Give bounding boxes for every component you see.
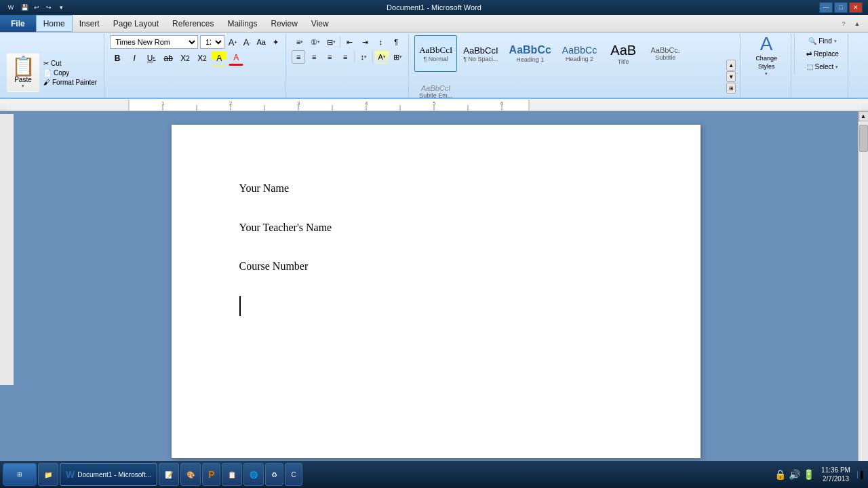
select-button[interactable]: ⬚ Select ▾ bbox=[802, 61, 844, 73]
numbering-button[interactable]: ①▾ bbox=[309, 35, 322, 49]
shading-button[interactable]: A▾ bbox=[375, 50, 389, 64]
save-qa-btn[interactable]: 💾 bbox=[19, 2, 30, 13]
minimize-btn[interactable]: — bbox=[819, 2, 833, 13]
superscript-button[interactable]: X2 bbox=[195, 51, 210, 66]
close-btn[interactable]: ✕ bbox=[849, 2, 863, 13]
ribbon-minimize-btn[interactable]: ▲ bbox=[852, 18, 863, 29]
borders-button[interactable]: ⊞▾ bbox=[391, 50, 404, 64]
style-heading2-label: Heading 2 bbox=[566, 56, 593, 62]
gallery-scroll-up[interactable]: ▲ bbox=[726, 60, 736, 70]
font-name-combo[interactable]: Times New Rom bbox=[110, 35, 198, 49]
date-text: 2/7/2013 bbox=[821, 474, 850, 483]
bullets-button[interactable]: ≡▾ bbox=[293, 35, 307, 49]
sort-button[interactable]: ↕ bbox=[374, 35, 387, 49]
taskbar-cs-btn[interactable]: C bbox=[285, 463, 302, 486]
menu-references[interactable]: References bbox=[165, 15, 220, 32]
scissors-icon: ✂ bbox=[43, 60, 49, 67]
paste-dropdown-arrow[interactable]: ▾ bbox=[22, 83, 24, 89]
style-heading1[interactable]: AaBbCc Heading 1 bbox=[505, 35, 556, 72]
align-center-button[interactable]: ≡ bbox=[307, 50, 321, 64]
change-case-button[interactable]: Aa bbox=[255, 36, 267, 48]
strikethrough-button[interactable]: ab bbox=[161, 51, 176, 66]
doc-line-1[interactable]: Your Name bbox=[239, 179, 633, 199]
taskbar-explorer-btn[interactable]: 📁 bbox=[38, 463, 58, 486]
decrease-indent-button[interactable]: ⇤ bbox=[342, 35, 356, 49]
menu-page-layout[interactable]: Page Layout bbox=[106, 15, 165, 32]
style-subtle-em[interactable]: AaBbCcI Subtle Em... bbox=[414, 73, 457, 99]
replace-button[interactable]: ⇄ Replace bbox=[802, 48, 844, 60]
redo-qa-btn[interactable]: ↪ bbox=[43, 2, 54, 13]
style-no-spacing[interactable]: AaBbCcI ¶ No Spaci... bbox=[458, 35, 502, 72]
font-size-combo[interactable]: 12 bbox=[200, 35, 224, 49]
line-spacing-button[interactable]: ↕▾ bbox=[357, 50, 370, 64]
taskbar-chrome-btn[interactable]: 🌐 bbox=[243, 463, 264, 486]
ribbon-content: 📋 Paste ▾ ✂ Cut 📄 Copy 🖌 Format bbox=[0, 33, 868, 99]
style-normal[interactable]: AaBbCcI ¶ Normal bbox=[414, 35, 457, 72]
italic-button[interactable]: I bbox=[127, 51, 142, 66]
ribbon: 📋 Paste ▾ ✂ Cut 📄 Copy 🖌 Format bbox=[0, 33, 868, 99]
menu-home[interactable]: Home bbox=[36, 15, 73, 32]
show-formatting-button[interactable]: ¶ bbox=[389, 35, 403, 49]
doc-line-4[interactable] bbox=[239, 237, 633, 257]
subscript-button[interactable]: X2 bbox=[178, 51, 193, 66]
taskbar-paint-btn[interactable]: 🎨 bbox=[180, 463, 201, 486]
font-color-button[interactable]: A bbox=[229, 51, 243, 66]
clear-formatting-button[interactable]: ✦ bbox=[269, 36, 281, 48]
menu-view[interactable]: View bbox=[304, 15, 336, 32]
taskbar-clip-btn[interactable]: 📋 bbox=[222, 463, 242, 486]
shrink-font-button[interactable]: A- bbox=[241, 36, 253, 48]
scroll-thumb[interactable] bbox=[859, 125, 868, 152]
increase-indent-button[interactable]: ⇥ bbox=[358, 35, 372, 49]
doc-line-3[interactable]: Your Teacher's Name bbox=[239, 218, 633, 238]
underline-button[interactable]: U▾ bbox=[144, 51, 159, 66]
taskbar-ccleaner-btn[interactable]: ♻ bbox=[265, 463, 283, 486]
start-button[interactable]: ⊞ bbox=[3, 463, 37, 486]
clock-display[interactable]: 11:36 PM 2/7/2013 bbox=[817, 466, 854, 483]
doc-line-6[interactable] bbox=[239, 277, 633, 296]
font-group: Times New Rom 12 A+ A- Aa ✦ B I U▾ ab X2 bbox=[106, 34, 286, 99]
menu-insert[interactable]: Insert bbox=[73, 15, 106, 32]
style-subtitle[interactable]: AaBbCc. Subtitle bbox=[645, 35, 686, 72]
gallery-expand[interactable]: ⊞ bbox=[726, 83, 736, 94]
help-btn[interactable]: ? bbox=[838, 18, 849, 29]
vertical-scrollbar[interactable]: ▲ ▼ bbox=[858, 111, 868, 472]
doc-line-2[interactable] bbox=[239, 199, 633, 218]
para-top-row: ≡▾ ①▾ ⊟▾ ⇤ ⇥ ↕ ¶ bbox=[293, 35, 403, 49]
menu-mailings[interactable]: Mailings bbox=[220, 15, 264, 32]
cut-button[interactable]: ✂ Cut bbox=[41, 59, 100, 68]
taskbar-word-btn[interactable]: W Document1 - Microsoft... bbox=[60, 463, 157, 486]
document-area[interactable]: Your Name Your Teacher's Name Course Num… bbox=[14, 111, 858, 472]
paste-button[interactable]: 📋 Paste ▾ bbox=[7, 53, 39, 92]
taskbar-notepad-btn[interactable]: 📝 bbox=[159, 463, 179, 486]
find-button[interactable]: 🔍 Find ▾ bbox=[804, 35, 841, 47]
style-heading2[interactable]: AaBbCc Heading 2 bbox=[557, 35, 601, 72]
taskbar: ⊞ 📁 W Document1 - Microsoft... 📝 🎨 P 📋 🌐… bbox=[0, 461, 868, 488]
show-desktop-btn[interactable]: ▌ bbox=[857, 471, 865, 479]
menu-review[interactable]: Review bbox=[264, 15, 304, 32]
change-styles-button[interactable]: A ChangeStyles ▾ bbox=[746, 35, 787, 75]
maximize-btn[interactable]: □ bbox=[834, 2, 848, 13]
copy-button[interactable]: 📄 Copy bbox=[41, 68, 100, 77]
align-left-button[interactable]: ≡ bbox=[292, 50, 305, 64]
customize-qa-btn[interactable]: ▾ bbox=[56, 2, 66, 13]
document-page[interactable]: Your Name Your Teacher's Name Course Num… bbox=[172, 125, 701, 458]
gallery-scroll-down[interactable]: ▼ bbox=[726, 71, 736, 82]
bold-button[interactable]: B bbox=[110, 51, 125, 66]
undo-qa-btn[interactable]: ↩ bbox=[31, 2, 42, 13]
multilevel-list-button[interactable]: ⊟▾ bbox=[324, 35, 338, 49]
scroll-track[interactable] bbox=[859, 121, 868, 462]
svg-text:5: 5 bbox=[433, 100, 436, 106]
grow-font-button[interactable]: A+ bbox=[226, 36, 239, 48]
select-arrow: ▾ bbox=[835, 64, 838, 70]
align-right-button[interactable]: ≡ bbox=[323, 50, 336, 64]
doc-line-7[interactable] bbox=[239, 296, 241, 316]
style-title[interactable]: AaB Title bbox=[603, 35, 644, 72]
justify-button[interactable]: ≡ bbox=[338, 50, 352, 64]
format-painter-button[interactable]: 🖌 Format Painter bbox=[41, 78, 100, 87]
scroll-up-arrow[interactable]: ▲ bbox=[859, 111, 869, 121]
doc-line-5[interactable]: Course Number bbox=[239, 257, 633, 277]
menu-file[interactable]: File bbox=[0, 15, 36, 32]
window-controls[interactable]: — □ ✕ bbox=[819, 2, 863, 13]
text-highlight-button[interactable]: A bbox=[212, 51, 226, 66]
taskbar-publisher-btn[interactable]: P bbox=[202, 463, 220, 486]
